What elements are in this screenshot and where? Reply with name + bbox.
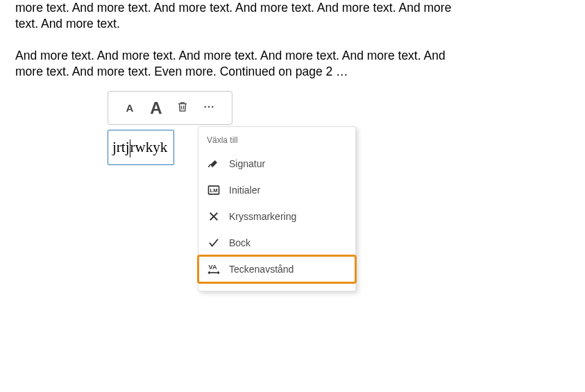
document-paragraph: And more text. And more text. And more t… (15, 48, 459, 80)
svg-text:VA: VA (209, 264, 217, 271)
delete-button[interactable] (169, 92, 196, 124)
initials-icon: LM (207, 183, 221, 197)
signature-icon (207, 157, 221, 171)
letter-spacing-icon: VA (207, 262, 221, 276)
text-content-before: jrtj (112, 139, 130, 156)
svg-point-1 (208, 105, 210, 108)
more-horizontal-icon (203, 101, 215, 116)
trash-icon (176, 101, 189, 116)
switch-to-menu: Växla till Signatur LM Initialer Kryssma… (198, 126, 356, 291)
increase-font-button[interactable]: A (143, 92, 169, 124)
menu-item-label: Bock (229, 237, 251, 248)
menu-item-label: Initialer (229, 185, 260, 196)
text-format-toolbar: A A (108, 91, 232, 125)
menu-item-checkmark[interactable]: Bock (198, 230, 355, 256)
document-paragraph: more text. And more text. And more text.… (15, 0, 459, 32)
menu-item-label: Kryssmarkering (229, 211, 296, 222)
check-icon (207, 236, 221, 250)
svg-point-0 (204, 105, 206, 108)
menu-item-crossmark[interactable]: Kryssmarkering (198, 203, 355, 230)
fill-text-input[interactable]: jrtjrwkyk (108, 130, 174, 165)
text-caret (130, 139, 130, 157)
menu-item-label: Signatur (229, 158, 265, 169)
cross-icon (207, 210, 221, 223)
decrease-font-button[interactable]: A (117, 92, 143, 124)
menu-item-signature[interactable]: Signatur (198, 151, 355, 177)
menu-item-letter-spacing[interactable]: VA Teckenavstånd (198, 256, 355, 282)
menu-header: Växla till (198, 133, 355, 151)
text-content-after: rwkyk (130, 139, 168, 156)
menu-item-label: Teckenavstånd (229, 264, 294, 275)
svg-text:LM: LM (210, 187, 218, 194)
svg-point-2 (212, 105, 214, 108)
document-body: more text. And more text. And more text.… (15, 0, 459, 96)
more-options-button[interactable] (196, 92, 222, 124)
menu-item-initials[interactable]: LM Initialer (198, 177, 355, 203)
